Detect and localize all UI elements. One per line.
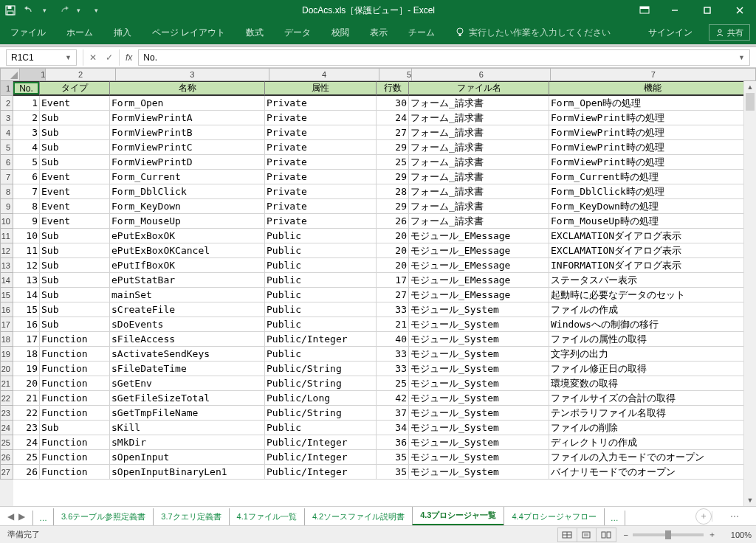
cell[interactable]: 24: [13, 435, 40, 450]
sheet-tab[interactable]: 4.4プロシージャフロー: [504, 508, 604, 526]
cell[interactable]: Private: [265, 199, 377, 214]
cell[interactable]: モジュール_EMessage: [409, 258, 549, 273]
view-normal-button[interactable]: [558, 528, 577, 542]
cell[interactable]: Form_Current: [110, 170, 265, 184]
tab-pagelayout[interactable]: ページ レイアウト: [142, 21, 236, 44]
table-header-cell[interactable]: No.: [13, 81, 40, 96]
cell[interactable]: 33: [377, 362, 409, 376]
cell[interactable]: モジュール_System: [409, 421, 549, 435]
cell[interactable]: 26: [13, 465, 40, 480]
cell[interactable]: sOpenInput: [110, 450, 265, 465]
cell[interactable]: モジュール_System: [409, 435, 549, 450]
cell[interactable]: sDoEvents: [110, 317, 265, 332]
save-icon[interactable]: [4, 4, 16, 16]
cell[interactable]: 28: [377, 184, 409, 199]
cell[interactable]: 19: [13, 362, 40, 376]
cell[interactable]: モジュール_System: [409, 391, 549, 406]
cell[interactable]: フォーム_請求書: [409, 125, 549, 140]
cell[interactable]: FormViewPrint時の処理: [549, 111, 756, 125]
cell[interactable]: Public: [265, 317, 377, 332]
cell[interactable]: 10: [13, 229, 40, 243]
row-header[interactable]: 8: [0, 184, 13, 199]
row-header[interactable]: 24: [0, 421, 13, 435]
ribbon-display-options-icon[interactable]: [630, 6, 659, 15]
cell[interactable]: モジュール_EMessage: [409, 243, 549, 258]
cell[interactable]: Sub: [40, 155, 110, 170]
scroll-up-icon[interactable]: ▲: [744, 81, 756, 93]
cell[interactable]: Sub: [40, 140, 110, 155]
cell[interactable]: 27: [377, 288, 409, 302]
tab-home[interactable]: ホーム: [56, 21, 103, 44]
cell[interactable]: Public/String: [265, 362, 377, 376]
cell[interactable]: sMkDir: [110, 435, 265, 450]
tab-file[interactable]: ファイル: [0, 21, 56, 44]
cell[interactable]: ePutStatBar: [110, 273, 265, 288]
view-pagelayout-button[interactable]: [577, 528, 597, 542]
cell[interactable]: 20: [377, 229, 409, 243]
cell[interactable]: Public/String: [265, 406, 377, 421]
cell[interactable]: Function: [40, 391, 110, 406]
cell[interactable]: FormViewPrint時の処理: [549, 155, 756, 170]
cell[interactable]: sFileDateTime: [110, 362, 265, 376]
row-header[interactable]: 15: [0, 288, 13, 302]
cell[interactable]: フォーム_請求書: [409, 199, 549, 214]
cell[interactable]: 37: [377, 406, 409, 421]
cell[interactable]: ディレクトリの作成: [549, 435, 756, 450]
cell[interactable]: Public: [265, 421, 377, 435]
cell[interactable]: 3: [13, 125, 40, 140]
cell[interactable]: 21: [377, 317, 409, 332]
cell[interactable]: Form_Open時の処理: [549, 96, 756, 111]
cell[interactable]: 環境変数の取得: [549, 376, 756, 391]
cell[interactable]: モジュール_System: [409, 332, 549, 347]
cell[interactable]: Private: [265, 155, 377, 170]
cell[interactable]: Form_DblClick時の処理: [549, 184, 756, 199]
cell[interactable]: Sub: [40, 317, 110, 332]
cell[interactable]: ePutExBoxOK: [110, 229, 265, 243]
select-all-button[interactable]: [0, 68, 20, 81]
cell[interactable]: 15: [13, 302, 40, 317]
cell[interactable]: 25: [377, 155, 409, 170]
row-header[interactable]: 23: [0, 406, 13, 421]
cell[interactable]: 29: [377, 140, 409, 155]
cell[interactable]: 2: [13, 111, 40, 125]
row-header[interactable]: 9: [0, 199, 13, 214]
cell[interactable]: フォーム_請求書: [409, 170, 549, 184]
cell[interactable]: 21: [13, 391, 40, 406]
row-header[interactable]: 22: [0, 391, 13, 406]
cell[interactable]: EXCLAMATIONダイアログ表示: [549, 229, 756, 243]
cell[interactable]: 27: [377, 125, 409, 140]
zoom-in-button[interactable]: ＋: [708, 529, 716, 540]
scroll-thumb[interactable]: [746, 93, 755, 111]
new-sheet-button[interactable]: ＋: [695, 508, 712, 525]
cell[interactable]: Private: [265, 140, 377, 155]
row-header[interactable]: 13: [0, 258, 13, 273]
chevron-down-icon[interactable]: ▼: [65, 54, 72, 61]
tell-me[interactable]: 実行したい作業を入力してください: [445, 21, 621, 44]
cell[interactable]: Private: [265, 96, 377, 111]
cell[interactable]: フォーム_請求書: [409, 140, 549, 155]
cell[interactable]: 24: [377, 111, 409, 125]
cell[interactable]: FormViewPrintD: [110, 155, 265, 170]
row-header[interactable]: 19: [0, 347, 13, 362]
cell[interactable]: 起動時に必要なデータのセット: [549, 288, 756, 302]
cell[interactable]: Function: [40, 376, 110, 391]
cell[interactable]: 26: [377, 214, 409, 229]
cell[interactable]: モジュール_System: [409, 317, 549, 332]
cell[interactable]: モジュール_EMessage: [409, 229, 549, 243]
cell[interactable]: 1: [13, 96, 40, 111]
cell[interactable]: 22: [13, 406, 40, 421]
cell[interactable]: フォーム_請求書: [409, 155, 549, 170]
cancel-icon[interactable]: ✕: [89, 52, 97, 63]
cell[interactable]: 17: [13, 332, 40, 347]
cell[interactable]: テンポラリファイル名取得: [549, 406, 756, 421]
row-header[interactable]: 17: [0, 317, 13, 332]
scroll-down-icon[interactable]: ▼: [744, 494, 756, 506]
cell[interactable]: ePutExBoxOKCancel: [110, 243, 265, 258]
col-header[interactable]: 4: [269, 68, 380, 81]
cell[interactable]: Sub: [40, 125, 110, 140]
row-header[interactable]: 27: [0, 465, 13, 480]
cell[interactable]: 8: [13, 199, 40, 214]
sheet-tab[interactable]: 3.6テーブル参照定義書: [53, 508, 154, 526]
col-header[interactable]: 3: [116, 68, 269, 81]
cell[interactable]: Function: [40, 450, 110, 465]
